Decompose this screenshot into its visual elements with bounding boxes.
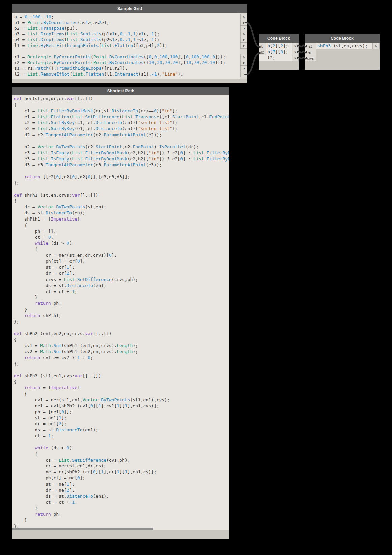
code-editor[interactable]: def ner(st,en,dr,cr:var[]..[]){ c1 = Lis… — [12, 95, 229, 530]
code-text[interactable]: a = 0..100..10;p1 = Point.ByCoordinates(… — [14, 14, 240, 77]
code-line: r1 = Rectangle.ByCornerPoints(Point.ByCo… — [14, 54, 240, 60]
code-line: a = 0..100..10; — [14, 14, 240, 20]
code-line: crvs = List.SetDifference(crvs,ph); — [14, 276, 229, 283]
code-line: def shPh3 (st1,en1,cvs:var[]..[]) — [14, 373, 229, 379]
code-line: ds = st.DistanceTo(en); — [14, 283, 229, 289]
code-line — [14, 186, 229, 192]
code-line: ct = ct + 1; — [14, 289, 229, 295]
code-line: b[2][2]; — [267, 43, 288, 49]
output-port[interactable]: > — [240, 42, 247, 49]
code-editor[interactable]: stencrvs shPh3 (st,en,crvs); > — [305, 43, 380, 70]
output-port[interactable]: > — [292, 49, 299, 55]
output-port[interactable]: > — [240, 54, 247, 60]
code-line: return shPth1; — [14, 313, 229, 319]
node-code-block-2[interactable]: Code Block stencrvs shPh3 (st,en,crvs); … — [305, 34, 380, 70]
code-line: cr = ner(st,en,dr,crvs)[0]; — [14, 252, 229, 258]
code-line: ne1 = cv1[shPh2 (cv1[0][1],cv1[1][1],en1… — [14, 403, 229, 409]
code-line: shPth1 = [Imperative] — [14, 216, 229, 222]
output-port[interactable]: > — [240, 14, 247, 20]
code-line: l2; — [267, 55, 288, 61]
code-line: l2 = List.RemoveIfNot(List.Flatten(l1.In… — [14, 71, 240, 77]
node-code-block-1[interactable]: Code Block bl2 b[2][2];b[7][8];l2; >>> — [259, 34, 299, 70]
code-line — [14, 367, 229, 373]
code-line — [14, 138, 229, 144]
node-sample-grid[interactable]: Sample Grid a = 0..100..10;p1 = Point.By… — [12, 4, 247, 83]
horizontal-scrollbar-thumb[interactable] — [12, 528, 153, 530]
output-port[interactable]: > — [372, 43, 380, 49]
code-line: d3 = c3.TangentAtParameter(c3.ParameterA… — [14, 162, 229, 168]
output-port[interactable]: > — [240, 20, 247, 26]
wire[interactable] — [246, 53, 260, 75]
node-title: Shortest Path — [107, 89, 135, 93]
code-line: e3 = List.IsEmpty(List.FilterByBoolMask(… — [14, 156, 229, 162]
node-title: Sample Grid — [117, 6, 142, 11]
code-text[interactable]: shPh3 (st,en,crvs); — [317, 43, 368, 49]
code-line — [14, 325, 229, 331]
code-line: st = ne[1]; — [14, 481, 229, 487]
code-editor[interactable]: a = 0..100..10;p1 = Point.ByCoordinates(… — [12, 13, 247, 79]
code-line: d2 = c2.TangentAtParameter(c2.ParameterA… — [14, 132, 229, 138]
input-port-st[interactable]: st — [305, 43, 316, 49]
code-line: { — [14, 198, 229, 204]
output-port[interactable]: > — [240, 65, 247, 71]
dynamo-canvas[interactable]: { "colors": { "canvas_bg": "#000000", "h… — [0, 0, 392, 555]
code-line: { — [14, 391, 229, 397]
output-port[interactable]: > — [292, 43, 299, 49]
node-footer[interactable] — [12, 530, 229, 539]
code-line: }; — [14, 319, 229, 325]
code-line: cs = List.SetDifference(cvs,ph); — [14, 457, 229, 463]
input-port-column: bl2 — [259, 43, 266, 61]
code-editor[interactable]: bl2 b[2][2];b[7][8];l2; >>> — [259, 43, 299, 70]
output-port[interactable]: > — [240, 25, 247, 31]
code-line: c1 = List.FilterByBoolMask(cr,st.Distanc… — [14, 108, 229, 114]
code-line: } — [14, 517, 229, 523]
code-line: p4 = List.DropItems(List.Sublists(p2<1>,… — [14, 37, 240, 42]
code-line: return [[c2[0],e2[0],d2[0]],[c3,e3,d3]]; — [14, 174, 229, 180]
code-line: { — [14, 337, 229, 343]
code-text[interactable]: b[2][2];b[7][8];l2; — [267, 43, 288, 61]
node-header[interactable]: Shortest Path — [12, 87, 229, 95]
code-line: { — [14, 451, 229, 457]
code-line: } — [14, 294, 229, 300]
code-line: ds = st.DistanceTo(en1); — [14, 427, 229, 433]
output-port[interactable]: > — [240, 31, 247, 37]
code-line — [14, 439, 229, 445]
input-port-column: stencrvs — [305, 43, 316, 61]
code-line: return = [Imperative] — [14, 385, 229, 391]
node-header[interactable]: Sample Grid — [12, 4, 247, 13]
code-line: e1 = List.Flatten(List.SetDifference(Lis… — [14, 114, 229, 120]
output-port[interactable]: > — [240, 71, 247, 77]
code-line: def shPh1 (st,en,crvs:var[]..[]) — [14, 192, 229, 198]
node-shortest-path[interactable]: Shortest Path def ner(st,en,dr,cr:var[].… — [12, 87, 229, 539]
code-line: dr = ne[2]; — [14, 487, 229, 493]
code-line: return ph; — [14, 300, 229, 306]
code-line: ph[ct] = ne[0]; — [14, 475, 229, 481]
code-line: b[7][8]; — [267, 49, 288, 55]
code-line: dr = ne1[2]; — [14, 421, 229, 427]
input-port-l2[interactable]: l2 — [259, 49, 266, 55]
code-line: { — [14, 246, 229, 252]
output-port[interactable]: > — [292, 55, 299, 61]
output-port-column: >>> — [292, 43, 299, 61]
node-footer[interactable] — [12, 79, 247, 83]
code-line: { — [14, 222, 229, 228]
node-header[interactable]: Code Block — [305, 34, 380, 43]
input-port-en[interactable]: en — [305, 49, 316, 55]
code-line: p1 = Point.ByCoordinates(a<1>,a<2>); — [14, 20, 240, 25]
output-port[interactable]: > — [240, 60, 247, 66]
input-port-crvs[interactable]: crvs — [305, 55, 316, 61]
code-line: ne = cr[shPh2 (cr[0][1],cr[1][1],en1,cs)… — [14, 469, 229, 475]
code-line: cr = ner(st,en1,dr,cs); — [14, 463, 229, 469]
input-port-b[interactable]: b — [259, 43, 266, 49]
code-line: } — [14, 306, 229, 313]
output-port[interactable]: > — [240, 37, 247, 43]
node-title: Code Block — [331, 36, 354, 41]
wire[interactable] — [246, 22, 260, 47]
code-line: def ner(st,en,dr,cr:var[]..[]) — [14, 96, 229, 102]
code-line: c2 = List.SortByKey(c1, e1.DistanceTo(en… — [14, 120, 229, 126]
node-header[interactable]: Code Block — [259, 34, 299, 43]
code-line: def shPh2 (en1,en2,en,crvs:var[]..[]) — [14, 331, 229, 337]
code-line: dr = cr[2]; — [14, 270, 229, 276]
code-text[interactable]: def ner(st,en,dr,cr:var[]..[]){ c1 = Lis… — [14, 96, 229, 529]
code-line: r2 = Rectangle.ByCornerPoints(Point.ByCo… — [14, 60, 240, 65]
